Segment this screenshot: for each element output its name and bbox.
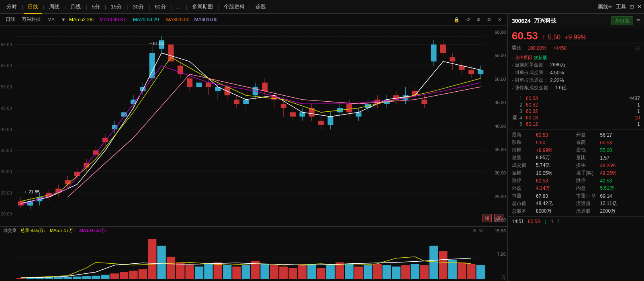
nav-diag[interactable]: 诊股: [251, 0, 270, 14]
draw-tool[interactable]: 画线✏: [598, 3, 613, 10]
trade-direction-icon: ↓: [544, 218, 547, 225]
stat-zongguben: 总股本 8000万: [512, 208, 576, 215]
ma-dropdown-icon[interactable]: ▼: [58, 17, 69, 23]
trade-price: 60.53: [528, 219, 540, 224]
panel-menu-icon[interactable]: ≡: [636, 17, 640, 25]
top-nav: 分时 | 日线 | 周线 | 月线 | 5分 | 15分 | 30分 | 60分…: [0, 0, 644, 14]
ob-rows: 1 60.53 4437 2 60.52 1 3 60.32 1: [519, 96, 640, 128]
chart-icon4[interactable]: ⚙: [484, 17, 495, 23]
maibi-val2: +4450: [553, 45, 566, 51]
info-label-2: 封单占成交量：: [515, 69, 548, 76]
chart-icon2[interactable]: ↺: [463, 17, 473, 23]
chart-icon1[interactable]: 🔒: [450, 17, 463, 23]
nav-more[interactable]: ...: [173, 0, 185, 14]
stat-zongliang: 总量 9.85万: [512, 154, 576, 161]
chart-area: 日线 万兴科技 MA ▼ MA5:52.28↑ MA10:49.37↑ MA20…: [0, 14, 507, 281]
ma5-label: MA5:52.28↑: [69, 17, 95, 23]
stat-zuidi: 最低 55.00: [576, 147, 640, 154]
stat-zongsz: 总市值 48.42亿: [512, 200, 576, 207]
vol-ma10: MA10:6.30万↑: [80, 228, 108, 234]
chart-toolbar: 日线 万兴科技 MA ▼ MA5:52.28↑ MA10:49.37↑ MA20…: [0, 14, 507, 26]
info-row-3: · 封单占流通盘： 2.22%: [512, 77, 640, 84]
ob-row-1: 1 60.53 4437: [519, 96, 640, 101]
info-label-3: 封单占流通盘：: [515, 77, 548, 84]
chart-icon5[interactable]: ✕: [495, 17, 505, 23]
nav-30fen[interactable]: 30分: [129, 0, 147, 14]
ma-type-label[interactable]: MA: [44, 17, 58, 23]
trade-qty2: 1: [558, 219, 560, 224]
volume-canvas: [0, 227, 507, 281]
stat-waipan: 外盘 4.34万: [512, 185, 576, 192]
nav-60fen[interactable]: 60分: [151, 0, 170, 14]
main-content: 日线 万兴科技 MA ▼ MA5:52.28↑ MA10:49.37↑ MA20…: [0, 14, 644, 281]
nav-multi[interactable]: 多周期图: [188, 0, 217, 14]
trade-time: 14:51: [512, 219, 524, 224]
maibi-label: 委比: [512, 45, 521, 51]
nav-zhou-xian[interactable]: 周线: [45, 0, 63, 14]
zhangt-reason-row: · 涨停原因 次新股: [512, 55, 640, 61]
info-label-4: 涨停板成交金额：: [515, 84, 553, 91]
stat-zhangjie: 涨跌 5.50: [512, 139, 576, 146]
info-val-3: 2.22%: [550, 78, 564, 83]
ma60-label: MA60:0.00: [194, 17, 217, 23]
trade-qty1: 1: [551, 219, 554, 224]
zhangt-label: 涨停原因: [515, 55, 532, 61]
price-chart[interactable]: ←61.80 ←21.85 楼 涨 60.00 55.00 50.00 45.0…: [0, 26, 507, 227]
stat-chengjiaoe: 成交额 5.74亿: [512, 162, 576, 169]
volume-chart[interactable]: 成交量 总量:9.85万↓ MA5:7.17万↑ MA10:6.30万↑ 15.…: [0, 227, 507, 281]
info-row-1: · 当前封单金额： 2686万: [512, 62, 640, 68]
stock-name-label: 万兴科技: [18, 16, 44, 23]
vol-total: 总量:9.85万↓: [20, 228, 46, 234]
info-row-2: · 封单占成交量： 4.50%: [512, 69, 640, 76]
bottom-time: 14:51 60.53 ↓ 1 1: [508, 217, 644, 226]
stat-liangbi: 量比 1.57: [576, 154, 640, 161]
fullscreen-icon[interactable]: ⊡: [630, 4, 634, 10]
zhangt-reason: 次新股: [534, 55, 547, 61]
copy-icon[interactable]: ⊡: [635, 45, 640, 51]
nav-fen-shi[interactable]: 分时: [2, 0, 21, 14]
stat-huanshou: 换手 49.25%: [576, 162, 640, 169]
price-direction-icon: ↑: [542, 33, 546, 41]
info-val-4: 1.6亿: [555, 84, 566, 91]
nav-ri-xian[interactable]: 日线: [24, 0, 42, 14]
info-label-1: 当前封单金额：: [515, 62, 548, 68]
orderbook: 买盘 1 60.53 4437 2 60.52 1 3 60.32: [508, 94, 644, 130]
close-icon[interactable]: ✕: [637, 4, 642, 10]
add-watchlist-button[interactable]: 加自选: [611, 16, 633, 25]
nav-5fen[interactable]: 5分: [88, 0, 104, 14]
ma10-label: MA10:49.37↑: [100, 17, 128, 23]
stat-kaipan: 开盘 56.17: [576, 131, 640, 138]
vol-settings-icon[interactable]: ⚙: [479, 228, 483, 233]
vol-label: 成交量: [3, 228, 16, 234]
nav-stock-info[interactable]: 个股资料: [220, 0, 249, 14]
nav-yue-xian[interactable]: 月线: [66, 0, 85, 14]
info-val-2: 4.50%: [550, 70, 564, 76]
watermark-area: 楼 涨: [482, 214, 503, 222]
stat-huanshou-real: 换手(实) 49.25%: [576, 170, 640, 176]
nav-15fen[interactable]: 15分: [107, 0, 126, 14]
stock-header: 300624 万兴科技 加自选 ≡: [508, 14, 644, 28]
tool-menu[interactable]: 工具: [616, 3, 626, 10]
vol-ma5: MA5:7.17万↑: [50, 228, 76, 234]
right-panel: 300624 万兴科技 加自选 ≡ 60.53 ↑ 5.50 +9.99% 委比…: [507, 14, 644, 281]
stat-zhangfu: 涨幅 +9.99%: [512, 147, 576, 154]
stat-zuigao: 最高 60.53: [576, 139, 640, 146]
stat-grid: 最新 60.53 开盘 56.17 涨跌 5.50 最高 60.53 涨幅 +9…: [508, 130, 644, 217]
watermark-zhang: 涨: [494, 214, 503, 222]
zhangt-info-block: · 涨停原因 次新股 · 当前封单金额： 2686万 · 封单占成交量： 4.5…: [508, 53, 644, 94]
ob-row-5: 5 60.12 1: [519, 121, 640, 127]
stock-price-row: 60.53 ↑ 5.50 +9.99%: [508, 28, 644, 43]
stat-zuixin: 最新 60.53: [512, 131, 576, 138]
chart-period-label: 日线: [2, 16, 18, 23]
right-tools: 画线✏ 工具 ⊡ ✕: [598, 3, 642, 10]
watermark-lou: 楼: [482, 214, 492, 222]
vol-close-icon[interactable]: ⊗: [472, 228, 476, 233]
stock-code: 300624: [512, 18, 531, 24]
ob-row-4: 4 60.18 10: [519, 115, 640, 121]
stat-shiying: 市盈 67.83: [512, 193, 576, 199]
stat-shiying-ttm: 市盈TTM 69.14: [576, 193, 640, 199]
ob-row-2: 2 60.52 1: [519, 102, 640, 108]
info-row-4: · 涨停板成交金额： 1.6亿: [512, 84, 640, 91]
price-change: 5.50: [548, 34, 560, 41]
chart-icon3[interactable]: ⊕: [473, 17, 484, 23]
